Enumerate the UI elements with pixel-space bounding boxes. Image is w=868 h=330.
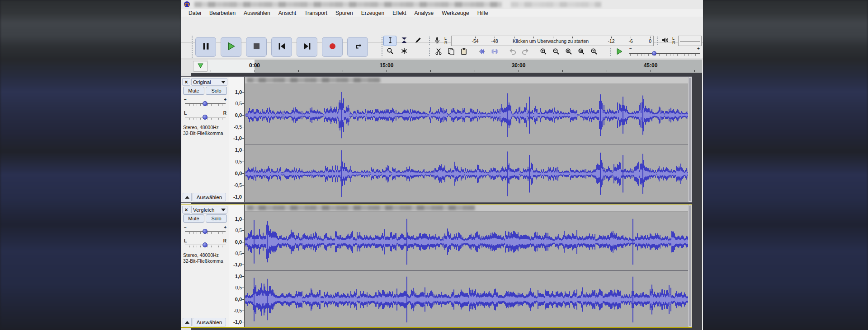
zoom-in-button[interactable] [537,47,550,57]
menu-item-werkzeuge[interactable]: Werkzeuge [438,9,473,17]
track-original-clip[interactable] [245,77,689,202]
copy-button[interactable] [444,47,458,57]
track-vergleich[interactable]: × Vergleich Mute Solo − + L R S [181,204,692,328]
menu-item-datei[interactable]: Datei [184,9,205,17]
menu-item-transport[interactable]: Transport [300,9,331,17]
vertical-scrollbar[interactable] [688,205,692,327]
vertical-scale-ruler[interactable]: 1,00,50,0-0,5-1,0 1,00,50,0-0,5-1,0 [229,205,245,327]
speed-minus-label: − [629,46,632,51]
pan-slider-thumb[interactable] [203,115,208,120]
zoom-tool-button[interactable] [383,46,396,57]
draw-tool-button[interactable] [411,36,425,46]
timeline-label-1500: 15:00 [380,62,394,69]
gain-slider[interactable]: − + [183,98,227,108]
menu-bar: DateiBearbeitenAuswählenAnsichtTransport… [181,9,703,17]
gain-slider-thumb[interactable] [203,101,208,106]
track-title-button[interactable]: Original [191,78,227,86]
play-at-speed-button[interactable] [613,47,626,57]
silence-icon [491,48,498,57]
zoom-out-icon [552,48,560,57]
timeline-ruler[interactable]: 0:0015:0030:0045:00 [208,60,702,73]
play-at-speed-grip[interactable] [609,47,611,57]
timeline-after-zero-region [255,60,702,73]
menu-item-spuren[interactable]: Spuren [331,9,357,17]
mute-button[interactable]: Mute [183,87,204,95]
loop-button[interactable] [347,37,368,57]
pan-left-label: L [184,111,187,116]
paste-button[interactable] [457,47,470,57]
track-name: Original [193,79,211,85]
menu-item-analyse[interactable]: Analyse [410,9,438,17]
mute-button[interactable]: Mute [183,214,204,223]
silence-audio-button[interactable] [488,47,501,57]
envelope-tool-button[interactable] [397,36,410,46]
zoom-toggle-button[interactable] [587,47,600,57]
gain-slider-thumb[interactable] [203,229,208,234]
track-vergleich-clip[interactable] [245,205,689,327]
zoom-selection-button[interactable] [562,47,575,57]
clip-title-bar[interactable] [245,77,689,84]
skip-to-end-button[interactable] [297,37,317,57]
cut-button[interactable] [432,47,445,57]
solo-button[interactable]: Solo [206,214,227,223]
waveform-channel-left[interactable] [245,213,689,270]
playback-meter-speaker-button[interactable] [659,36,671,46]
menu-item-auswhlen[interactable]: Auswählen [240,9,274,17]
track-close-button[interactable]: × [182,206,190,214]
clip-title-bar[interactable] [245,205,689,212]
collapse-track-button[interactable] [183,318,192,326]
edit-toolbar-grip[interactable] [429,47,430,57]
pan-slider[interactable]: L R [183,239,227,250]
solo-button[interactable]: Solo [206,87,227,95]
playback-meter-grip[interactable] [656,36,658,46]
tools-toolbar-grip[interactable] [381,36,383,57]
redo-button[interactable] [519,47,532,57]
zoom-out-button[interactable] [549,47,562,57]
menu-item-effekt[interactable]: Effekt [388,9,410,17]
collapse-track-button[interactable] [183,193,192,201]
timeline-tick [211,70,211,72]
amplitude-tick [242,322,244,322]
gain-plus-label: + [224,97,226,102]
speed-slider-thumb[interactable] [652,51,656,56]
track-title-button[interactable]: Vergleich [191,206,227,214]
menu-item-ansicht[interactable]: Ansicht [274,9,300,17]
waveform-channel-left[interactable] [245,86,689,144]
pan-slider-thumb[interactable] [203,242,208,247]
menu-item-bearbeiten[interactable]: Bearbeiten [205,9,240,17]
menu-item-hilfe[interactable]: Hilfe [473,9,492,17]
vertical-scale-ruler[interactable]: 1,00,50,0-0,5-1,0 1,00,50,0-0,5-1,0 [229,77,245,202]
track-close-button[interactable]: × [182,78,190,86]
menu-item-erzeugen[interactable]: Erzeugen [357,9,388,17]
redo-icon [522,48,529,57]
waveform-channel-right[interactable] [245,144,689,203]
vertical-scrollbar[interactable] [688,77,692,202]
play-button[interactable] [221,37,241,57]
multi-tool-button[interactable] [397,46,410,57]
zoom-project-button[interactable] [575,47,588,57]
select-track-button[interactable]: Auswählen [193,318,226,326]
recording-meter-mic-button[interactable] [431,36,443,46]
select-track-button[interactable]: Auswählen [193,193,226,201]
undo-button[interactable] [506,47,519,57]
window-titlebar[interactable] [181,0,703,9]
skip-to-start-button[interactable] [271,37,292,57]
timeline-pin-button[interactable] [193,61,208,72]
stop-button[interactable] [246,37,267,57]
trim-audio-button[interactable] [475,47,488,57]
waveform-channel-right[interactable] [245,270,689,328]
amplitude-label: -1,0 [233,262,242,267]
monitoring-message[interactable]: Klicken um Überwachung zu starten [513,38,589,44]
recording-meter[interactable]: -54-48-12-60Klicken um Überwachung zu st… [451,36,654,46]
gain-slider[interactable]: − + [183,225,227,236]
selection-tool-button[interactable] [383,36,396,46]
record-button[interactable] [322,37,343,57]
recording-meter-grip[interactable] [429,36,430,46]
track-original[interactable]: × Original Mute Solo − + L R St [181,76,692,203]
timeline-tick [298,70,299,72]
pause-button[interactable] [195,37,216,57]
pan-slider[interactable]: L R [183,111,227,122]
transport-toolbar-grip[interactable] [191,36,193,58]
amplitude-tick [242,219,244,219]
playback-meter[interactable] [678,36,702,46]
